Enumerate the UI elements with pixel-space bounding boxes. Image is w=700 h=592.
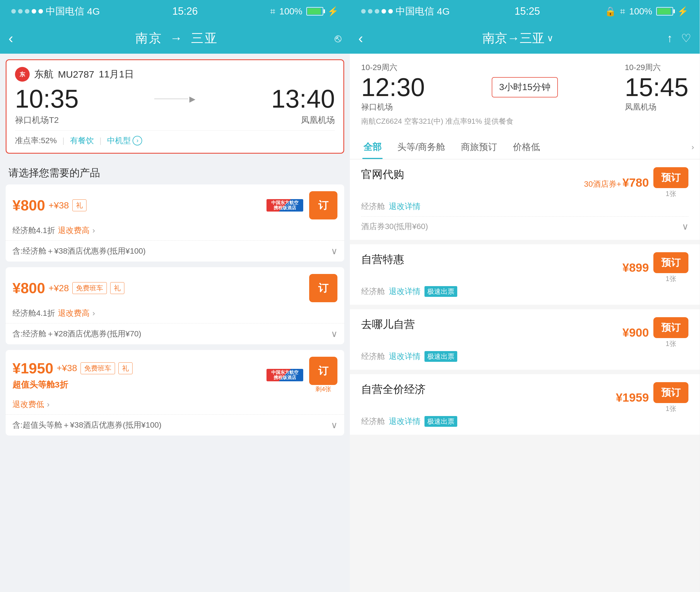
dep-date-right: 10-29周六 (361, 62, 425, 73)
badge-bus-2: 免费班车 (72, 282, 107, 294)
charge-icon-left: ⚡ (327, 6, 338, 17)
refund-text-3: 退改费低 (12, 399, 44, 410)
tab-more-icon[interactable]: › (692, 135, 694, 159)
book-button-1[interactable]: 订 (309, 191, 337, 219)
bluetooth-icon: ⌗ (270, 6, 275, 17)
meal-left: 有餐饮 (70, 135, 94, 146)
status-left-right: 中国电信 4G (361, 5, 450, 18)
tab-price[interactable]: 价格低 (505, 135, 548, 159)
flight-no-left: MU2787 (58, 69, 94, 80)
nav-title-right: 南京→三亚 ∨ (369, 30, 667, 47)
flight-row-right: 10-29周六 12:30 禄口机场 3小时15分钟 10-29周六 15:45… (361, 62, 688, 112)
product-expand-2[interactable]: 含:经济舱＋¥28酒店优惠券(抵用¥70) ∨ (6, 323, 344, 344)
carrier-right: 中国电信 (395, 5, 434, 18)
tab-corporate[interactable]: 商旅预订 (453, 135, 505, 159)
book-button-2[interactable]: 订 (309, 274, 337, 302)
arr-time-left: 13:40 (271, 86, 335, 111)
badge-gift-1: 礼 (72, 199, 87, 211)
dep-airport-right: 禄口机场 (361, 102, 425, 112)
refund-link-zyqj[interactable]: 退改详情 (389, 416, 421, 427)
dropdown-icon[interactable]: ∨ (547, 33, 553, 44)
cabin-text-1: 经济舱4.1折 (12, 225, 55, 236)
product-item-sub-zyth: 经济舱 退改详情 极速出票 (361, 286, 688, 297)
speed-badge-qner: 极速出票 (424, 351, 457, 362)
product-name-zyqj: 自营全价经济 (361, 382, 426, 397)
expand-row-gwdg[interactable]: 酒店券30(抵用¥60) ∨ (361, 216, 688, 232)
airline-logo-left: 东 (15, 67, 30, 82)
product-expand-3[interactable]: 含:超值头等舱＋¥38酒店优惠券(抵用¥100) ∨ (6, 414, 344, 436)
price-amount-zyqj: ¥1959 (616, 391, 649, 404)
battery-percent-right: 100% (629, 6, 652, 17)
book-button-gwdg[interactable]: 预订 (653, 167, 688, 188)
status-bar-right: 中国电信 4G 15:25 🔒 ⌗ 100% ⚡ (350, 0, 700, 22)
price-amount-gwdg: ¥780 (622, 176, 649, 189)
product-item-header-zyqj: 自营全价经济 ¥1959 预订 1张 (361, 382, 688, 413)
book-button-3[interactable]: 订 (309, 357, 337, 385)
refund-link-zyth[interactable]: 退改详情 (389, 286, 421, 297)
price-plus-1: +¥38 (49, 200, 69, 211)
tab-all[interactable]: 全部 (356, 135, 389, 159)
type-circle-icon[interactable]: › (133, 136, 142, 145)
price-row-3: ¥1950 +¥38 免费班车 礼 (12, 360, 261, 377)
book-button-zyth[interactable]: 预订 (653, 252, 688, 273)
airline-logo-sm-3: 中国东方航空携程版酒店 (265, 368, 305, 382)
nav-bar-left: ‹ 南京 → 三亚 ⎋ (0, 22, 350, 54)
refund-text-2: 退改费高 (58, 308, 90, 318)
badge-bus-3: 免费班车 (81, 362, 115, 374)
back-button-right[interactable]: ‹ (358, 30, 363, 46)
sub-promo-3: 超值头等舱3折 (12, 379, 261, 391)
product-price-3: ¥1950 +¥38 免费班车 礼 超值头等舱3折 (12, 360, 261, 391)
flight-detail-row: 南航CZ6624 空客321(中) 准点率91% 提供餐食 (361, 112, 688, 129)
product-sub-1: 经济舱4.1折 退改费高 › (6, 225, 344, 240)
share-button-left[interactable]: ⎋ (335, 32, 341, 45)
flight-info-right: 10-29周六 12:30 禄口机场 3小时15分钟 10-29周六 15:45… (350, 54, 700, 135)
product-expand-1[interactable]: 含:经济舱＋¥38酒店优惠券(抵用¥100) ∨ (6, 240, 344, 261)
price-amount-qner: ¥900 (622, 326, 649, 340)
refund-text-1: 退改费高 (58, 225, 90, 236)
chevron-right-icon-2: › (92, 309, 95, 318)
book-count-gwdg: 1张 (665, 189, 676, 198)
price-amount-zyth: ¥899 (622, 261, 649, 275)
product-item-zyth: 自营特惠 ¥899 预订 1张 经济舱 退改详情 极速出票 (350, 244, 700, 305)
arr-date-right: 10-29周六 (625, 62, 688, 73)
carrier-left: 中国电信 (46, 5, 84, 18)
product-name-qner: 去哪儿自营 (361, 317, 415, 332)
flight-arrow-left (79, 94, 271, 104)
type-badge-left: 中机型 › (107, 135, 142, 146)
book-count-qner: 1张 (665, 339, 676, 348)
book-btn-wrap-zyth: 预订 1张 (653, 252, 688, 283)
badge-gift-3: 礼 (119, 362, 133, 374)
airline-name-left: 东航 (34, 68, 53, 81)
nav-icons-right: ↑ ♡ (667, 32, 691, 45)
dot1 (11, 9, 16, 13)
rdot1 (361, 9, 366, 13)
share-button-right[interactable]: ↑ (667, 32, 672, 45)
flight-date-left: 11月1日 (99, 68, 134, 81)
back-button-left[interactable]: ‹ (8, 30, 13, 46)
tab-business[interactable]: 头等/商务舱 (389, 135, 453, 159)
product-item-gwdg: 官网代购 30酒店券+ ¥780 预订 1张 经济舱 退改详情 酒店券30( (350, 159, 700, 240)
product-card-2: ¥800 +¥28 免费班车 礼 订 经济舱4.1折 退改费高 › 含:经济舱＋… (6, 267, 344, 344)
left-content: 东 东航 MU2787 11月1日 10:35 13:40 禄口机场T2 凤凰机… (0, 54, 350, 592)
expand-icon-2: ∨ (331, 329, 337, 339)
product-sub-3: 退改费低 › (6, 399, 344, 414)
price-info-gwdg: 30酒店券+ ¥780 (584, 176, 649, 190)
battery-fill-right (657, 8, 670, 14)
heart-button-right[interactable]: ♡ (681, 32, 691, 45)
rdot2 (368, 9, 372, 13)
dep-airport-left: 禄口机场T2 (15, 114, 59, 126)
product-name-zyth: 自营特惠 (361, 252, 404, 266)
book-button-qner[interactable]: 预订 (653, 317, 688, 338)
book-button-zyqj[interactable]: 预订 (653, 382, 688, 403)
flight-card-left[interactable]: 东 东航 MU2787 11月1日 10:35 13:40 禄口机场T2 凤凰机… (6, 59, 344, 154)
product-item-header-gwdg: 官网代购 30酒店券+ ¥780 预订 1张 (361, 167, 688, 198)
airline-logo-img-3: 中国东方航空携程版酒店 (267, 369, 303, 381)
refund-link-gwdg[interactable]: 退改详情 (389, 201, 421, 212)
status-right-right: 🔒 ⌗ 100% ⚡ (605, 6, 688, 17)
section-title-left: 请选择您需要的产品 (0, 159, 350, 185)
refund-link-qner[interactable]: 退改详情 (389, 351, 421, 362)
cabin-zyqj: 经济舱 (361, 416, 385, 427)
price-plus-2: +¥28 (49, 283, 69, 293)
right-phone: 中国电信 4G 15:25 🔒 ⌗ 100% ⚡ ‹ 南京→三亚 ∨ ↑ ♡ (350, 0, 700, 592)
dep-time-left: 10:35 (15, 86, 79, 111)
